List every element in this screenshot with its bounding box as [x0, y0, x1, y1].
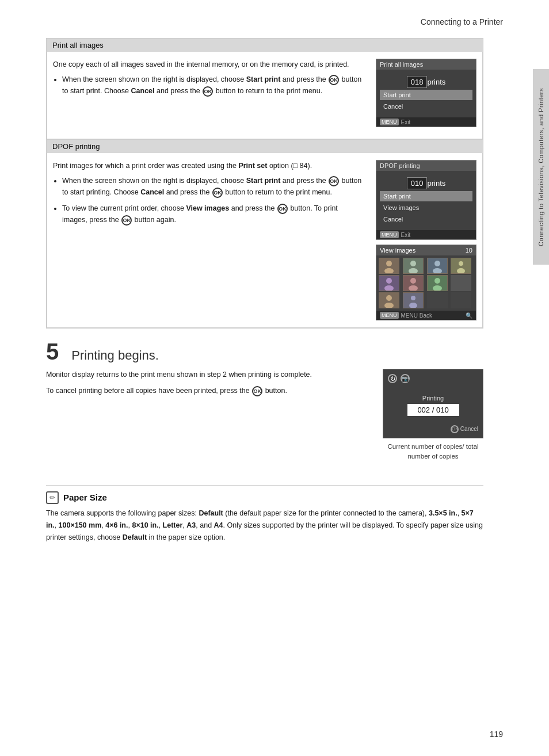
step5-image: ⏻ 📷 Printing 002 / 010 OK Cancel Current…: [383, 369, 483, 462]
thumb-1: [379, 258, 399, 274]
caption-text: Current number of copies/ total number o…: [383, 442, 483, 462]
step5-body: Monitor display returns to the print men…: [46, 369, 483, 462]
ok-btn-dpof1: OK: [329, 176, 339, 186]
view-images-screen: View images 10: [376, 245, 476, 320]
svg-point-4: [410, 261, 416, 266]
note-header: ✏ Paper Size: [46, 491, 483, 504]
menu-icon2: MENU: [380, 231, 399, 238]
svg-point-10: [459, 261, 463, 266]
dpof-bullet2: To view the current print order, choose …: [62, 203, 364, 226]
print-all-mockup: Print all images 018prints Start print C…: [376, 59, 476, 127]
header-title: Connecting to a Printer: [421, 17, 503, 26]
step5-text: Monitor display returns to the print men…: [46, 369, 371, 462]
zoom-icon: 🔍: [466, 312, 472, 319]
dpof-screen1-body: 010prints Start print View images Cancel: [376, 171, 476, 230]
dpof-header: DPOF printing: [47, 140, 483, 153]
ok-cancel-icon: OK: [451, 425, 459, 433]
side-tab-text: Connecting to Televisions, Computers, an…: [537, 88, 544, 246]
screen-prints: 018prints: [380, 78, 472, 86]
view-images-header: View images 10: [376, 245, 476, 255]
note-icon: ✏: [46, 491, 59, 504]
dpof-screens: DPOF printing 010prints Start print View…: [376, 160, 476, 320]
ok-btn-dpof2: OK: [212, 188, 223, 198]
thumb-9: [379, 292, 399, 308]
back-text: MENU Back: [401, 312, 432, 319]
svg-point-13: [386, 278, 392, 284]
ok-button-icon2: OK: [203, 86, 213, 97]
thumb-12: [451, 292, 471, 308]
print-all-text: One copy each of all images saved in the…: [53, 59, 364, 132]
note-body: The camera supports the following paper …: [46, 507, 483, 544]
step5-para1: Monitor display returns to the print men…: [46, 369, 371, 380]
svg-point-19: [434, 278, 440, 284]
thumb-7: [427, 275, 448, 291]
dpof-description: Print images for which a print order was…: [53, 160, 364, 171]
step5-section: 5 Printing begins. Monitor display retur…: [46, 329, 483, 468]
dpof-count: 010: [407, 177, 428, 189]
printing-icons: ⏻ 📷: [388, 374, 478, 383]
screen-body: 018prints Start print Cancel: [376, 70, 476, 117]
start-print-item: Start print: [380, 90, 472, 100]
note-title: Paper Size: [63, 492, 107, 502]
page-number: 119: [490, 730, 503, 739]
printing-cancel: OK Cancel: [388, 425, 478, 433]
note-section: ✏ Paper Size The camera supports the fol…: [46, 485, 483, 544]
page-header: Connecting to a Printer: [0, 0, 549, 32]
thumb-6: [403, 275, 424, 291]
dpof-prints: 010prints: [380, 179, 472, 188]
svg-point-1: [386, 261, 392, 266]
thumb-8: [451, 275, 471, 291]
thumb-10: [403, 292, 424, 308]
main-content: Print all images One copy each of all im…: [0, 32, 529, 567]
print-all-content: One copy each of all images saved in the…: [47, 52, 483, 139]
dpof-start-print: Start print: [380, 191, 472, 201]
dpof-screen1-title: DPOF printing: [376, 161, 476, 171]
menu-icon3: MENU: [380, 312, 399, 319]
thumbnails-grid: [376, 255, 476, 311]
svg-point-23: [386, 295, 392, 301]
dpof-text: Print images for which a print order was…: [53, 160, 364, 320]
screen-footer: MENU Exit: [376, 117, 476, 127]
thumb-5: [379, 275, 399, 291]
camera-icon: 📷: [401, 374, 410, 383]
thumb-2: [403, 258, 424, 274]
printing-screen: ⏻ 📷 Printing 002 / 010 OK Cancel: [383, 369, 483, 438]
print-all-description: One copy each of all images saved in the…: [53, 59, 364, 70]
dpof-footer: MENU Exit: [376, 230, 476, 239]
view-images-footer: MENU MENU Back 🔍: [376, 311, 476, 320]
print-all-bullet1: When the screen shown on the right is di…: [62, 74, 364, 97]
prints-count: 018: [407, 76, 428, 88]
printing-label: Printing: [388, 395, 478, 402]
ok-button-icon: OK: [329, 75, 339, 85]
print-all-header: Print all images: [47, 39, 483, 52]
print-all-screen: Print all images 018prints Start print C…: [376, 59, 476, 132]
footer-text: Exit: [401, 119, 411, 125]
thumb-4: [451, 258, 471, 274]
dpof-footer-text: Exit: [401, 232, 411, 238]
svg-rect-21: [451, 276, 471, 291]
thumb-11: [427, 292, 448, 308]
step5-heading: 5 Printing begins.: [46, 340, 483, 363]
ok-btn-step5: OK: [252, 386, 262, 396]
svg-point-7: [434, 261, 440, 266]
dpof-screen1: DPOF printing 010prints Start print View…: [376, 160, 476, 240]
cancel-item: Cancel: [380, 101, 472, 112]
ok-btn-dpof4: OK: [121, 215, 132, 226]
screen-title: Print all images: [376, 59, 476, 70]
printing-count: 002 / 010: [407, 404, 459, 416]
dpof-content: Print images for which a print order was…: [47, 153, 483, 328]
power-icon: ⏻: [388, 374, 397, 383]
svg-point-26: [411, 296, 415, 300]
dpof-section: DPOF printing Print images for which a p…: [46, 140, 483, 329]
side-tab: Connecting to Televisions, Computers, an…: [533, 69, 549, 265]
step-number: 5: [46, 340, 59, 363]
step5-para2: To cancel printing before all copies hav…: [46, 385, 371, 396]
menu-icon: MENU: [380, 119, 399, 125]
ok-btn-dpof3: OK: [277, 204, 288, 214]
svg-point-16: [410, 278, 416, 284]
dpof-bullet1: When the screen shown on the right is di…: [62, 175, 364, 198]
page: Connecting to a Printer Connecting to Te…: [0, 0, 549, 756]
dpof-view-images: View images: [380, 203, 472, 213]
print-all-section: Print all images One copy each of all im…: [46, 38, 483, 140]
step-title: Printing begins.: [71, 343, 159, 363]
